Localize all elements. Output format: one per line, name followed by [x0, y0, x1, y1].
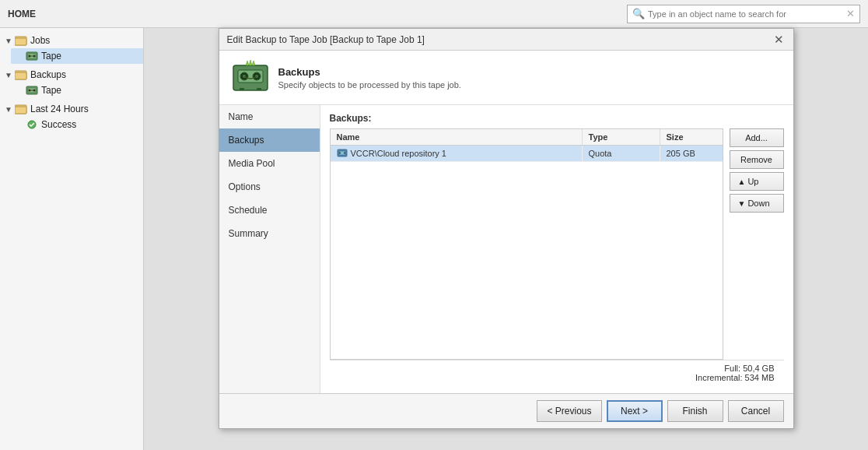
sidebar-item-success[interactable]: Success: [11, 117, 143, 132]
svg-rect-15: [15, 107, 26, 114]
tape-backups-icon: [25, 84, 39, 97]
up-button[interactable]: ▲ Up: [730, 172, 784, 191]
jobs-children: Tape: [0, 48, 143, 64]
dialog-footer: < Previous Next > Finish Cancel: [219, 393, 793, 428]
dialog-titlebar: Edit Backup to Tape Job [Backup to Tape …: [219, 29, 793, 51]
last24-children: Success: [0, 117, 143, 132]
nav-item-media-pool[interactable]: Media Pool: [219, 152, 320, 175]
cell-type: Quota: [583, 146, 660, 161]
col-name: Name: [331, 129, 583, 145]
nav-item-summary[interactable]: Summary: [219, 222, 320, 245]
dialog: Edit Backup to Tape Job [Backup to Tape …: [219, 28, 794, 429]
backups-label: Backups: [30, 69, 66, 80]
cancel-button[interactable]: Cancel: [728, 400, 784, 422]
jobs-icon: [14, 34, 28, 47]
table-header: Name Type Size: [331, 129, 723, 146]
jobs-label: Jobs: [30, 35, 50, 46]
svg-rect-6: [30, 56, 34, 57]
search-input[interactable]: [648, 9, 846, 19]
success-icon: [25, 118, 39, 131]
side-buttons: Add... Remove ▲ Up ▼ Down: [730, 128, 784, 360]
search-icon: 🔍: [632, 8, 645, 19]
dialog-nav: Name Backups Media Pool Options Schedule…: [219, 105, 320, 393]
close-button[interactable]: ✕: [772, 33, 786, 45]
success-label: Success: [41, 119, 76, 130]
main-layout: ▼ Jobs: [0, 28, 868, 450]
up-arrow-icon: ▲: [738, 178, 746, 186]
dialog-header-text: Backups Specify objects to be processed …: [278, 66, 461, 90]
table-body: VCCR\Cloud repository 1 Quota 205 GB: [331, 146, 723, 359]
backups-children: Tape: [0, 83, 143, 98]
incremental-label: Incremental:: [695, 373, 743, 382]
last24-label: Last 24 Hours: [30, 104, 89, 114]
table-row[interactable]: VCCR\Cloud repository 1 Quota 205 GB: [331, 146, 723, 162]
dialog-body: Name Backups Media Pool Options Schedule…: [219, 105, 793, 393]
add-button[interactable]: Add...: [730, 128, 784, 147]
sidebar-item-backups[interactable]: ▼ Backups: [0, 67, 143, 83]
sidebar-item-last24[interactable]: ▼ Last 24 Hours: [0, 101, 143, 117]
svg-marker-24: [249, 60, 252, 65]
nav-item-options[interactable]: Options: [219, 175, 320, 199]
down-arrow-icon: ▼: [738, 199, 746, 208]
search-bar[interactable]: 🔍 ✕: [627, 5, 860, 23]
cell-size: 205 GB: [660, 146, 723, 161]
svg-rect-8: [15, 72, 26, 79]
finish-button[interactable]: Finish: [667, 400, 723, 422]
incremental-value: 534 MB: [745, 373, 775, 382]
nav-item-schedule[interactable]: Schedule: [219, 199, 320, 222]
sidebar-item-tape-jobs[interactable]: Tape: [11, 48, 143, 64]
nav-item-backups[interactable]: Backups: [219, 128, 320, 152]
down-button[interactable]: ▼ Down: [730, 194, 784, 213]
down-label: Down: [747, 199, 769, 208]
col-type: Type: [583, 129, 660, 145]
full-value: 50,4 GB: [743, 364, 774, 373]
workspace: Edit Backup to Tape Job [Backup to Tape …: [144, 28, 868, 450]
cell-name: VCCR\Cloud repository 1: [331, 146, 583, 161]
backups-section-label: Backups:: [330, 113, 784, 124]
summary-section: Full: 50,4 GB Incremental: 534 MB: [330, 360, 784, 385]
dialog-header: Backups Specify objects to be processed …: [219, 51, 793, 105]
dialog-title: Edit Backup to Tape Job [Backup to Tape …: [227, 34, 772, 45]
col-size: Size: [660, 129, 723, 145]
sidebar-item-tape-backups[interactable]: Tape: [11, 83, 143, 98]
remove-button[interactable]: Remove: [730, 150, 784, 169]
svg-point-30: [339, 153, 341, 154]
backups-table: Name Type Size: [330, 128, 723, 360]
toggle-last24[interactable]: ▼: [3, 105, 14, 114]
tree-item-jobs: ▼ Jobs: [0, 31, 143, 65]
svg-rect-13: [30, 90, 34, 91]
tree-item-last24: ▼ Last 24 Hours Success: [0, 100, 143, 134]
svg-rect-26: [240, 88, 244, 90]
dialog-header-desc: Specify objects to be processed by this …: [278, 80, 461, 90]
repository-icon: [337, 148, 348, 159]
svg-marker-23: [246, 61, 249, 65]
sidebar-item-jobs[interactable]: ▼ Jobs: [0, 33, 143, 48]
backups-area: Name Type Size: [330, 128, 784, 360]
next-button[interactable]: Next >: [607, 400, 663, 422]
tape-job-icon: [232, 59, 269, 97]
last24-icon: [14, 103, 28, 115]
svg-marker-25: [252, 61, 255, 65]
full-label: Full:: [724, 364, 740, 373]
nav-item-name[interactable]: Name: [219, 105, 320, 128]
dialog-header-title: Backups: [278, 66, 461, 78]
top-bar: HOME 🔍 ✕: [0, 0, 868, 28]
tape-jobs-label: Tape: [41, 51, 61, 62]
svg-rect-1: [15, 38, 26, 45]
app-title: HOME: [8, 9, 36, 19]
sidebar: ▼ Jobs: [0, 28, 144, 450]
svg-point-31: [344, 153, 345, 154]
dialog-content: Backups: Name Type Size: [320, 105, 793, 393]
tape-jobs-icon: [25, 50, 39, 62]
previous-button[interactable]: < Previous: [537, 400, 601, 422]
up-label: Up: [747, 177, 758, 186]
backups-folder-icon: [14, 69, 28, 81]
svg-rect-27: [257, 88, 261, 90]
toggle-backups[interactable]: ▼: [3, 71, 14, 79]
clear-icon[interactable]: ✕: [846, 8, 855, 19]
tape-backups-label: Tape: [41, 85, 61, 96]
toggle-jobs[interactable]: ▼: [3, 37, 14, 45]
cell-name-text: VCCR\Cloud repository 1: [351, 149, 447, 158]
tree-item-backups: ▼ Backups: [0, 65, 143, 100]
